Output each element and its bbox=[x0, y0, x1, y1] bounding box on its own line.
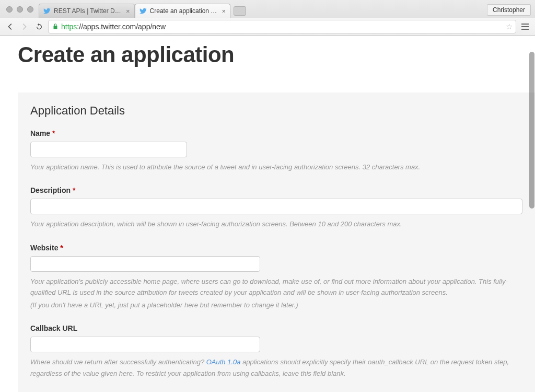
description-help-text: Your application description, which will… bbox=[30, 218, 522, 229]
field-callback-url: Callback URL Where should we return afte… bbox=[30, 324, 522, 379]
page: Create an application Application Detail… bbox=[0, 36, 535, 392]
reload-button[interactable] bbox=[33, 21, 45, 32]
application-details-panel: Application Details Name * Your applicat… bbox=[18, 93, 535, 392]
panel-heading: Application Details bbox=[30, 104, 522, 118]
description-input[interactable] bbox=[30, 199, 522, 214]
hamburger-menu-icon[interactable] bbox=[519, 21, 531, 32]
name-input[interactable] bbox=[30, 142, 187, 157]
tab-create-application[interactable]: Create an application | Twit × bbox=[135, 4, 231, 18]
tab-close-icon[interactable]: × bbox=[126, 7, 130, 15]
tab-title: Create an application | Twit bbox=[150, 7, 218, 15]
window-controls bbox=[3, 6, 39, 18]
field-description: Description * Your application descripti… bbox=[30, 186, 522, 229]
callback-help-pre: Where should we return after successfull… bbox=[30, 358, 206, 366]
address-bar[interactable]: https://apps.twitter.com/app/new ☆ bbox=[48, 20, 516, 33]
url-scheme: https bbox=[61, 22, 77, 31]
scrollbar-track[interactable] bbox=[528, 36, 535, 392]
label-text: Callback URL bbox=[30, 324, 77, 332]
user-profile-chip[interactable]: Christopher bbox=[487, 4, 531, 16]
description-label: Description * bbox=[30, 186, 522, 194]
label-text: Website bbox=[30, 244, 58, 252]
url-path: ://apps.twitter.com/app/new bbox=[77, 22, 166, 31]
scrollbar-thumb[interactable] bbox=[529, 52, 534, 209]
browser-chrome: REST APIs | Twitter Develo × Create an a… bbox=[0, 0, 535, 36]
field-website: Website * Your application's publicly ac… bbox=[30, 244, 522, 310]
name-label: Name * bbox=[30, 129, 522, 137]
field-name: Name * Your application name. This is us… bbox=[30, 129, 522, 172]
window-minimize-icon[interactable] bbox=[17, 6, 23, 13]
tab-strip: REST APIs | Twitter Develo × Create an a… bbox=[0, 0, 535, 18]
twitter-bird-icon bbox=[43, 7, 51, 15]
twitter-bird-icon bbox=[139, 7, 147, 15]
tab-close-icon[interactable]: × bbox=[222, 7, 226, 15]
website-help-text: Your application's publicly accessible h… bbox=[30, 276, 522, 310]
name-help-text: Your application name. This is used to a… bbox=[30, 162, 522, 172]
tab-rest-apis[interactable]: REST APIs | Twitter Develo × bbox=[39, 4, 135, 18]
website-help-2: (If you don't have a URL yet, just put a… bbox=[30, 299, 522, 310]
back-button[interactable] bbox=[4, 21, 16, 32]
lock-icon bbox=[52, 23, 59, 30]
label-text: Name bbox=[30, 129, 50, 137]
required-asterisk: * bbox=[60, 244, 63, 252]
bookmark-star-icon[interactable]: ☆ bbox=[506, 22, 513, 31]
label-text: Description bbox=[30, 186, 71, 194]
toolbar: https://apps.twitter.com/app/new ☆ bbox=[0, 18, 535, 36]
callback-input[interactable] bbox=[30, 337, 260, 352]
website-help-1: Your application's publicly accessible h… bbox=[30, 278, 508, 296]
new-tab-button[interactable] bbox=[234, 6, 246, 16]
website-label: Website * bbox=[30, 244, 522, 252]
page-title: Create an application bbox=[0, 36, 535, 80]
viewport: Create an application Application Detail… bbox=[0, 36, 535, 392]
window-maximize-icon[interactable] bbox=[27, 6, 33, 13]
required-asterisk: * bbox=[73, 186, 75, 194]
tab-title: REST APIs | Twitter Develo bbox=[54, 7, 122, 15]
website-input[interactable] bbox=[30, 256, 260, 272]
callback-label: Callback URL bbox=[30, 324, 522, 332]
callback-help-text: Where should we return after successfull… bbox=[30, 356, 522, 379]
required-asterisk: * bbox=[52, 129, 55, 137]
window-close-icon[interactable] bbox=[6, 6, 13, 13]
forward-button[interactable] bbox=[19, 21, 30, 32]
oauth-link[interactable]: OAuth 1.0a bbox=[206, 358, 241, 366]
